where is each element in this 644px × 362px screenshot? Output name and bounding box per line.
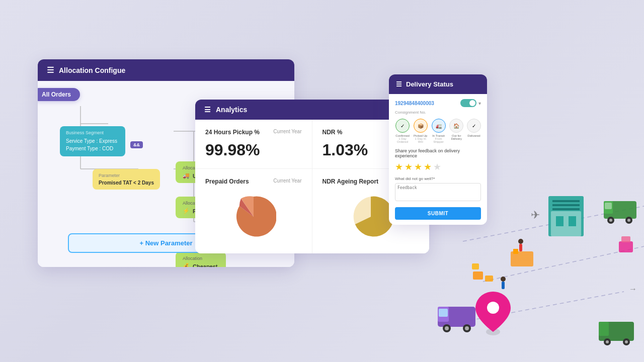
analytics-title: Analytics <box>216 106 247 114</box>
svg-rect-25 <box>605 203 612 209</box>
svg-point-39 <box>501 277 506 282</box>
alloc-label-3: Allocation <box>183 256 219 261</box>
analytics-hamburger-icon: ☰ <box>204 106 211 114</box>
svg-point-31 <box>625 340 628 343</box>
svg-rect-16 <box>439 309 448 317</box>
pickup-subtitle: Current Year <box>273 129 301 134</box>
in-transit-label: In TransitFrom Shipper <box>431 134 446 143</box>
delivery-panel: ☰ Delivery Status 19294848400003 ▾ Consi… <box>389 74 487 225</box>
step-out-delivery: 🏠 Out for Delivery <box>449 119 464 143</box>
ndr-title: NDR % <box>323 129 343 136</box>
svg-rect-33 <box>513 249 518 254</box>
pickup-header-row: 24 Hours Pickup % Current Year <box>205 129 302 136</box>
consigned-text: Consignment No. <box>395 110 481 115</box>
svg-point-13 <box>445 326 449 330</box>
svg-rect-6 <box>569 216 576 226</box>
svg-point-24 <box>627 219 630 222</box>
svg-rect-34 <box>473 272 483 280</box>
parameter-box: Parameter Promised TAT < 2 Days <box>93 169 160 190</box>
svg-point-41 <box>518 239 523 244</box>
svg-rect-42 <box>519 244 522 251</box>
delivered-label: Delivered <box>467 134 480 137</box>
prepaid-card: Prepaid Orders Current Year <box>195 169 312 253</box>
prepaid-header-row: Prepaid Orders Current Year <box>205 178 302 185</box>
ndr-ageing-pie-chart <box>348 194 393 239</box>
delivered-icon: ✓ <box>467 119 481 133</box>
svg-point-29 <box>606 340 609 343</box>
alloc-content-3: 💰 Cheapest <box>183 263 219 267</box>
delivery-title: Delivery Status <box>406 80 453 88</box>
svg-text:✈: ✈ <box>531 209 540 221</box>
biz-segment-content: Service Type : Express Payment Type : CO… <box>66 137 119 152</box>
svg-rect-27 <box>599 322 609 336</box>
svg-rect-4 <box>551 211 581 236</box>
and-badge: && <box>130 141 143 148</box>
step-delivered: ✓ Delivered <box>467 119 481 143</box>
delivery-body: 19294848400003 ▾ Consignment No. ✓ Confi… <box>389 94 487 225</box>
star-4[interactable]: ★ <box>424 161 432 172</box>
all-orders-button[interactable]: All Orders <box>38 88 80 101</box>
out-delivery-icon: 🏠 <box>449 119 463 133</box>
hamburger-icon: ☰ <box>47 65 54 75</box>
svg-rect-9 <box>552 208 580 210</box>
status-steps: ✓ Confirmed1 Day Ordered 📦 Picked Up1 Da… <box>395 119 481 143</box>
svg-rect-7 <box>552 200 580 202</box>
confirmed-icon: ✓ <box>395 119 410 133</box>
in-transit-icon: 🚛 <box>432 119 446 133</box>
pickup-card: 24 Hours Pickup % Current Year 99.98% <box>195 120 312 169</box>
biz-segment-label: Business Segment <box>66 130 119 135</box>
star-1[interactable]: ★ <box>395 161 403 172</box>
delivery-header: ☰ Delivery Status <box>389 74 487 94</box>
feedback-title: Share your feedback on delivery experien… <box>395 148 481 158</box>
feedback-textarea[interactable] <box>395 183 481 201</box>
param-label: Parameter <box>99 173 154 178</box>
svg-rect-40 <box>502 282 505 289</box>
prepaid-pie-chart <box>231 194 276 239</box>
confirmed-label: Confirmed1 Day Ordered <box>395 134 410 143</box>
alloc-header: ☰ Allocation Configue <box>38 59 294 81</box>
svg-rect-8 <box>552 204 580 206</box>
star-3[interactable]: ★ <box>414 161 422 172</box>
delivery-hamburger-icon: ☰ <box>396 80 402 88</box>
submit-button[interactable]: SUBMIT <box>395 207 481 220</box>
svg-rect-38 <box>621 236 630 242</box>
svg-point-15 <box>465 326 469 330</box>
param-content: Promised TAT < 2 Days <box>99 180 154 186</box>
star-2[interactable]: ★ <box>405 161 413 172</box>
allocation-box-cheapest: Allocation 💰 Cheapest <box>176 252 226 267</box>
tracking-id: 19294848400003 <box>395 101 434 106</box>
step-in-transit: 🚛 In TransitFrom Shipper <box>431 119 446 143</box>
biz-segment-box: Business Segment Service Type : Express … <box>60 126 125 156</box>
pickup-title: 24 Hours Pickup % <box>205 129 260 136</box>
picked-up-icon: 📦 <box>414 119 428 133</box>
step-confirmed: ✓ Confirmed1 Day Ordered <box>395 119 410 143</box>
svg-point-18 <box>487 302 499 314</box>
stars-row: ★ ★ ★ ★ ★ <box>395 161 481 172</box>
pickup-value: 99.98% <box>205 141 302 159</box>
prepaid-title: Prepaid Orders <box>205 178 249 185</box>
svg-rect-5 <box>556 216 564 226</box>
step-picked-up: 📦 Picked Up1 Day In WH <box>413 119 428 143</box>
prepaid-chart-area <box>205 189 302 244</box>
svg-rect-36 <box>472 263 479 269</box>
out-delivery-label: Out for Delivery <box>449 134 464 140</box>
tracking-row: 19294848400003 ▾ <box>395 99 481 107</box>
alloc-title: Allocation Configue <box>59 66 125 74</box>
svg-rect-35 <box>485 276 493 282</box>
picked-up-label: Picked Up1 Day In WH <box>413 134 428 143</box>
svg-point-22 <box>609 219 612 222</box>
toggle-switch[interactable] <box>460 99 476 107</box>
svg-text:→: → <box>629 285 637 293</box>
feedback-question: What did not go well?* <box>395 176 481 181</box>
prepaid-subtitle: Current Year <box>273 178 301 184</box>
ndr-ageing-title: NDR Ageing Report <box>323 178 379 185</box>
star-5[interactable]: ★ <box>433 161 441 172</box>
svg-rect-37 <box>619 241 633 252</box>
chevron-down-icon: ▾ <box>478 101 481 106</box>
